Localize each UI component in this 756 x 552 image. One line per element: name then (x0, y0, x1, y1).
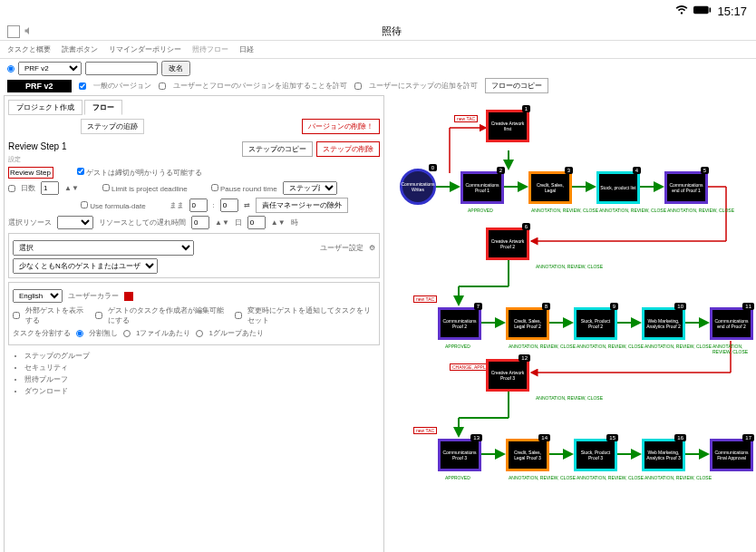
split-pergroup[interactable] (196, 330, 203, 337)
chk-userflow[interactable] (159, 82, 166, 90)
page-title: 照待 (34, 24, 749, 38)
back-icon[interactable] (7, 25, 20, 38)
days-input[interactable] (41, 181, 59, 195)
flow-canvas: new TAC Creative Artwork first1 Communic… (388, 93, 756, 552)
version-select[interactable]: PRF v2 (18, 62, 82, 75)
left-panel: プロジェクト作成 フロー ステップの追跡 バージョンの削除！ ステップのコピー … (4, 95, 384, 552)
step-edit-select[interactable]: ステップ編集 (283, 181, 337, 195)
flow-copy-button[interactable]: フローのコピー (485, 78, 548, 93)
chk-formula[interactable] (81, 201, 88, 208)
nav-tab-nikkei[interactable]: 日経 (239, 44, 254, 54)
rule-select[interactable]: 少なくともN名のゲストまたはユーザが決議 (13, 258, 158, 274)
chk-pause[interactable] (211, 184, 218, 191)
rename-button[interactable]: 改名 (161, 61, 190, 76)
node-comm-1[interactable]: Communications Proof 12 (460, 171, 504, 204)
res-t1[interactable] (191, 216, 209, 229)
step-delete-button[interactable]: ステップの削除 (316, 141, 380, 157)
time-h[interactable] (189, 199, 208, 212)
svg-rect-0 (693, 6, 709, 14)
node-creative-2[interactable]: Creative Artwork Proof 26 (486, 228, 529, 260)
node-comm-3[interactable]: Communications Proof 313 (438, 439, 481, 471)
opt-userstep: ユーザーにステップの追加を許可 (369, 81, 478, 91)
node-creative-1[interactable]: Creative Artwork first1 (486, 110, 529, 142)
lang-select[interactable]: English (13, 289, 63, 303)
version-delete-button[interactable]: バージョンの削除！ (302, 119, 380, 134)
desc-item[interactable]: 照待プルーフ (24, 374, 380, 384)
chk-userstep[interactable] (354, 82, 362, 90)
node-comm-2[interactable]: Communications Proof 27 (438, 307, 481, 340)
speaker-icon[interactable] (24, 25, 34, 38)
label-new: new TAC (454, 115, 478, 122)
nav-tabs: タスクと概要 読書ボタン リマインダーポリシー 照待フロー 日経 (0, 41, 756, 59)
chk-limit[interactable] (102, 184, 110, 191)
time-m[interactable] (220, 199, 238, 212)
node-end-2[interactable]: Communications end of Proof 211 (710, 307, 753, 340)
node-legal-2[interactable]: Credit, Sales, Legal Proof 28 (506, 307, 549, 340)
svg-rect-1 (710, 8, 712, 13)
version-label: PRF v2 (7, 80, 72, 92)
node-stock-2[interactable]: Stock, Product Proof 29 (574, 307, 617, 340)
node-start[interactable]: Communications Writes0 (400, 169, 436, 205)
nav-tab-flow[interactable]: 照待フロー (192, 44, 228, 54)
nav-tab-reminder[interactable]: リマインダーポリシー (109, 44, 181, 54)
split-none[interactable] (76, 330, 83, 337)
chk-days[interactable] (8, 185, 15, 192)
node-web-3[interactable]: Web Marketing, Analytics Proof 316 (642, 439, 685, 471)
color-swatch[interactable] (124, 292, 133, 301)
node-end-3[interactable]: Communications Final Approval17 (710, 439, 753, 471)
step-copy-button[interactable]: ステップのコピー (242, 141, 313, 157)
desc-item[interactable]: セキュリティ (24, 363, 380, 373)
split-perfile[interactable] (123, 330, 131, 337)
description-list: ステップのグループ セキュリティ 照待プルーフ ダウンロード (24, 351, 380, 396)
desc-item[interactable]: ダウンロード (24, 386, 380, 396)
node-stock-3[interactable]: Stock, Product Proof 315 (574, 439, 617, 471)
wifi-icon (675, 4, 688, 19)
chk-guest-task[interactable] (95, 312, 102, 319)
step-tracking-btn[interactable]: ステップの追跡 (81, 119, 144, 134)
node-end-1[interactable]: Communications end of Proof 15 (664, 171, 708, 204)
chk-reset[interactable] (235, 312, 242, 319)
step-name-input[interactable] (8, 167, 53, 179)
desc-item[interactable]: ステップのグループ (24, 351, 380, 361)
resource-select[interactable] (57, 216, 93, 229)
chk-show-guest[interactable] (13, 312, 20, 319)
node-legal-3[interactable]: Credit, Sales, Legal Proof 314 (506, 439, 549, 471)
assignment-select[interactable]: 選択 (13, 240, 194, 256)
subtab-project[interactable]: プロジェクト作成 (8, 100, 82, 115)
node-creative-3[interactable]: Creative Artwork Proof 312 (486, 359, 529, 392)
node-legal-1[interactable]: Credit, Sales, Legal3 (528, 171, 572, 204)
subtab-flow[interactable]: フロー (84, 100, 122, 115)
manager-exclude-button[interactable]: 責任マネージャーの除外 (256, 198, 348, 213)
nav-tab-tasks[interactable]: タスクと概要 (7, 44, 51, 54)
battery-icon (693, 5, 712, 18)
opt-default: 一般のバージョン (93, 81, 151, 91)
chk-guest-deadline[interactable] (77, 168, 84, 175)
version-radio[interactable] (7, 65, 15, 73)
res-t2[interactable] (247, 216, 266, 229)
node-web-2[interactable]: Web Marketing, Analytics Proof 210 (642, 307, 685, 340)
version-name-input[interactable] (85, 62, 158, 75)
opt-userflow: ユーザーとフローのバージョンを追加することを許可 (173, 81, 347, 91)
chk-default-version[interactable] (79, 82, 86, 90)
gear-icon[interactable]: ⚙ (369, 244, 375, 252)
nav-tab-readbtn[interactable]: 読書ボタン (62, 44, 98, 54)
node-stock-1[interactable]: Stock, product list4 (596, 171, 640, 204)
status-time: 15:17 (717, 5, 747, 18)
